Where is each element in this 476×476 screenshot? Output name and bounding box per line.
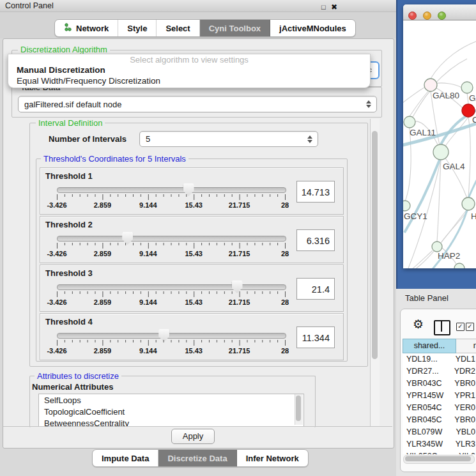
tab-discretize-data[interactable]: Discretize Data [158,450,236,466]
tab-network[interactable]: Network [55,20,118,36]
table-rows[interactable]: YDL19...YDL1YDR27...YDR2YBR043CYBR0YPR14… [403,353,475,454]
checkbox-icon[interactable]: ✓ [456,323,464,331]
attribute-item[interactable]: TopologicalCoefficient [39,406,303,417]
slider-track[interactable] [57,187,286,193]
network-node-label: H [471,211,476,221]
threshold-value-field[interactable]: 14.713 [296,181,335,203]
tab-label: Cyni Toolbox [209,24,261,33]
float-icon[interactable]: □ [321,1,326,13]
cell-shared-name: YBR043C [403,378,451,390]
gear-icon[interactable]: ⚙ [413,317,424,331]
cell-shared-name: YLR345W [403,438,452,450]
table-row[interactable]: YLR345WYLR3 [403,438,475,450]
cell-name: YPR1 [451,390,475,402]
slider-scale-label: 9.144 [129,201,167,209]
numerical-attributes-label: Numerical Attributes [32,382,113,392]
slider-scale-label: 21.715 [220,250,259,257]
tab-label: Select [165,24,190,33]
panel-separator [3,426,392,427]
mac-zoom-icon[interactable] [438,12,446,20]
table-hscrollbar-thumb[interactable] [405,456,471,461]
table-row[interactable]: YBL079WYBL0 [403,426,475,438]
table-row[interactable]: YER054CYER0 [403,402,475,414]
tab-style[interactable]: Style [118,20,157,36]
slider-scale-label: 2.859 [83,201,121,209]
close-icon[interactable]: ✖ [331,1,337,13]
control-panel-titlebar: Control Panel □ ✖ [0,0,396,12]
bottom-tabs: Impute DataDiscretize DataInfer Network [92,449,309,467]
cell-name: YDL1 [452,353,475,365]
threshold-value-field[interactable]: 11.344 [296,326,335,348]
network-node[interactable] [454,263,464,268]
network-node[interactable] [403,201,410,211]
slider-ticks [57,242,286,249]
attributes-scrollbar-thumb[interactable] [296,395,301,421]
table-row[interactable]: YDL19...YDL1 [403,353,475,365]
table-data-combo[interactable]: galFiltered.sif default node [18,96,377,112]
attribute-item[interactable]: SelfLoops [39,394,303,406]
slider-ticks [57,291,286,298]
threshold-value-field[interactable]: 6.316 [296,229,335,251]
cell-name: YDR2 [451,365,475,378]
network-node[interactable] [433,144,449,160]
attribute-item[interactable]: BetweennessCentrality [39,417,303,427]
table-row[interactable]: YDR27...YDR2 [403,365,475,378]
network-canvas[interactable]: GAL80GALCGAL11GAL4GCY1HHAP2 [403,20,476,268]
tab-impute-data[interactable]: Impute Data [93,450,158,466]
network-node[interactable] [404,116,415,128]
tab-label: Discretize Data [167,454,227,463]
network-window[interactable]: GAL80GALCGAL11GAL4GCY1HHAP2 [403,4,476,268]
threshold-panel: Threshold 2-3.4262.8599.14415.4321.71528… [40,216,344,263]
discretization-algorithm-title: Discretization Algorithm [18,45,110,54]
attributes-title: Attributes to discretize [35,372,121,380]
network-node[interactable] [432,242,442,252]
table-row[interactable]: YBR043CYBR0 [403,378,475,390]
split-view-icon[interactable] [434,320,450,335]
threshold-panel: Threshold 4-3.4262.8599.14415.4321.71528… [40,313,344,360]
column-header-name[interactable]: name [456,339,476,353]
cell-name: YBR0 [451,414,475,426]
apply-button[interactable]: Apply [171,429,215,444]
slider-track[interactable] [57,236,286,242]
slider-track[interactable] [57,284,286,290]
cell-shared-name: YBL079W [403,426,452,438]
top-tabs: NetworkStyleSelectCyni ToolboxjActiveMNo… [54,19,356,37]
slider-track[interactable] [57,333,286,339]
tab-select[interactable]: Select [157,20,199,36]
slider-scale-label: 15.43 [174,250,213,257]
panel-title: Control Panel [5,0,54,12]
numerical-attributes-list[interactable]: SelfLoopsTopologicalCoefficientBetweenne… [38,394,304,427]
table-row[interactable]: YIL052CYIL0 [403,450,475,454]
algorithm-dropdown-popup: Select algorithm to view settings Manual… [8,54,371,88]
column-header-shared[interactable]: shared... [403,339,456,353]
network-icon [64,23,72,33]
cell-name: YBL0 [452,426,475,438]
mac-close-icon[interactable] [408,12,417,20]
slider-scale-label: -3.426 [38,298,76,306]
algorithm-option[interactable]: Equal Width/Frequency Discretization [17,76,160,86]
table-row[interactable]: YBR045CYBR0 [403,414,475,426]
mac-minimize-icon[interactable] [423,12,431,20]
network-node[interactable] [462,197,475,210]
table-row[interactable]: YPR145WYPR1 [403,390,475,402]
slider-scale-label: -3.426 [38,347,76,355]
network-graph: GAL80GALCGAL11GAL4GCY1HHAP2 [403,20,476,268]
tab-cyni-toolbox[interactable]: Cyni Toolbox [200,20,270,36]
tab-jactivemnodules[interactable]: jActiveMNodules [270,20,355,36]
panel-scrollbar-thumb[interactable] [372,131,378,359]
number-of-intervals-combo[interactable]: 5 [139,131,318,147]
threshold-label: Threshold 1 [45,171,93,181]
algorithm-option[interactable]: Manual Discretization [17,65,105,75]
slider-scale-label: 2.859 [83,347,121,355]
slider-scale-label: -3.426 [38,201,76,209]
checkbox-icon[interactable]: ✓ [466,323,474,331]
tab-label: Style [127,24,147,33]
network-node-label: GAL11 [410,128,436,137]
network-node[interactable] [424,79,437,91]
cell-shared-name: YPR145W [403,390,451,402]
spinner-arrows-icon [307,135,312,143]
network-node[interactable] [461,82,473,93]
tab-infer-network[interactable]: Infer Network [237,450,308,466]
tab-label: jActiveMNodules [279,24,346,33]
threshold-value-field[interactable]: 21.4 [296,278,335,300]
